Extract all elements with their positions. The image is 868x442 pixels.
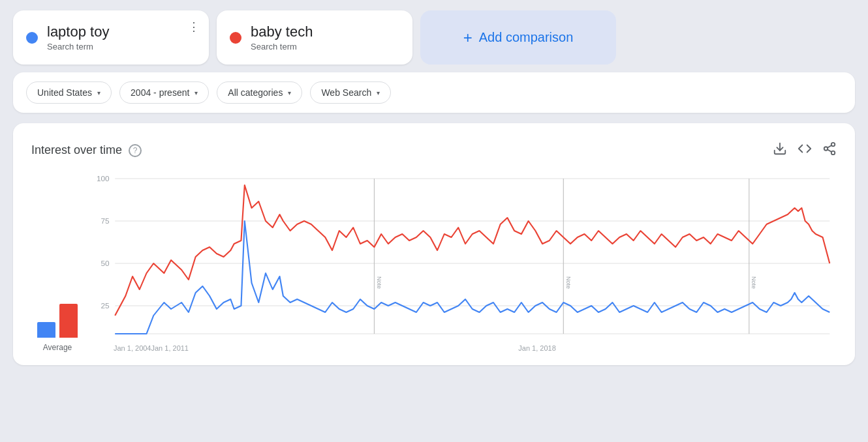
- svg-text:100: 100: [97, 175, 110, 183]
- term1-title: laptop toy: [47, 23, 196, 40]
- chevron-down-icon: ▾: [377, 89, 380, 96]
- chart-svg: 100 75 50 25 Note Note Note: [94, 172, 837, 342]
- plus-icon: +: [463, 29, 473, 47]
- search-term-card-1[interactable]: laptop toy Search term ⋮: [13, 10, 209, 65]
- embed-icon[interactable]: [798, 141, 812, 159]
- chart-actions: [773, 141, 837, 159]
- filter-category-label: All categories: [228, 87, 283, 98]
- chart-average: Average: [31, 286, 84, 352]
- filter-region[interactable]: United States ▾: [26, 81, 112, 104]
- share-icon[interactable]: [822, 141, 837, 159]
- chart-svg-container: 100 75 50 25 Note Note Note: [94, 172, 837, 342]
- avg-bar-blue: [37, 322, 55, 338]
- term2-title: baby tech: [251, 23, 399, 40]
- svg-line-5: [828, 145, 831, 148]
- chevron-down-icon: ▾: [97, 89, 101, 96]
- svg-text:Note: Note: [751, 276, 757, 289]
- term1-text: laptop toy Search term: [47, 23, 196, 52]
- svg-line-4: [828, 150, 831, 153]
- chart-title-row: Interest over time ?: [31, 143, 142, 157]
- svg-text:50: 50: [101, 260, 109, 268]
- filter-region-label: United States: [37, 87, 92, 98]
- download-icon[interactable]: [773, 141, 787, 159]
- x-axis-labels: Jan 1, 2004 Jan 1, 2011 Jan 1, 2018: [94, 342, 837, 352]
- chart-section: Interest over time ?: [13, 123, 855, 365]
- filter-category[interactable]: All categories ▾: [217, 81, 302, 104]
- term2-text: baby tech Search term: [251, 23, 399, 52]
- term1-subtitle: Search term: [47, 42, 196, 52]
- avg-label: Average: [43, 343, 72, 352]
- svg-text:Note: Note: [376, 276, 382, 289]
- svg-text:Note: Note: [565, 276, 572, 289]
- filter-timerange[interactable]: 2004 - present ▾: [119, 81, 209, 104]
- chart-header: Interest over time ?: [31, 141, 837, 159]
- filter-searchtype-label: Web Search: [321, 87, 371, 98]
- filter-timerange-label: 2004 - present: [131, 87, 189, 98]
- add-comparison-card[interactable]: + Add comparison: [420, 10, 616, 65]
- term1-menu-icon[interactable]: ⋮: [188, 20, 200, 34]
- help-icon[interactable]: ?: [129, 144, 142, 157]
- chart-main: 100 75 50 25 Note Note Note: [94, 172, 837, 352]
- term1-dot: [26, 32, 38, 44]
- svg-text:75: 75: [101, 218, 109, 226]
- search-term-card-2[interactable]: baby tech Search term: [217, 10, 412, 65]
- chart-body: Average 100 75 50 25: [31, 172, 837, 352]
- term2-subtitle: Search term: [251, 42, 399, 52]
- top-section: laptop toy Search term ⋮ baby tech Searc…: [0, 0, 868, 72]
- chart-title: Interest over time: [31, 143, 122, 157]
- x-label-2004: Jan 1, 2004: [114, 344, 151, 352]
- chevron-down-icon: ▾: [288, 89, 291, 96]
- filter-searchtype[interactable]: Web Search ▾: [310, 81, 391, 104]
- avg-bar-red: [59, 304, 78, 338]
- x-label-2018: Jan 1, 2018: [518, 344, 763, 352]
- avg-bars: [37, 286, 78, 338]
- filters-section: United States ▾ 2004 - present ▾ All cat…: [13, 72, 855, 113]
- chevron-down-icon: ▾: [194, 89, 198, 96]
- x-label-2011: Jan 1, 2011: [151, 344, 519, 352]
- svg-text:25: 25: [101, 302, 109, 310]
- add-comparison-label: Add comparison: [479, 30, 574, 45]
- term2-dot: [230, 32, 241, 44]
